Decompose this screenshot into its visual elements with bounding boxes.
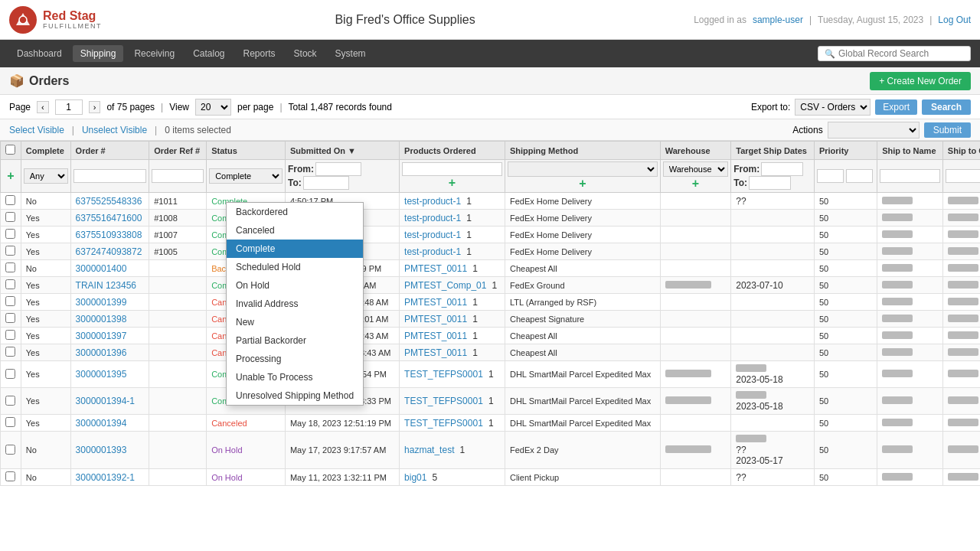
product-link[interactable]: PMTEST_0011 (404, 297, 467, 308)
product-link[interactable]: hazmat_test (404, 445, 454, 455)
global-search-bar[interactable]: 🔍 (818, 46, 971, 61)
row-checkbox[interactable] (5, 313, 15, 323)
order-link[interactable]: 3000001394-1 (76, 396, 135, 406)
submit-button[interactable]: Submit (924, 122, 971, 138)
order-link[interactable]: TRAIN 123456 (76, 280, 136, 291)
export-button[interactable]: Export (875, 99, 917, 115)
shipname-filter-input[interactable] (880, 169, 940, 183)
nav-dashboard[interactable]: Dashboard (9, 45, 70, 62)
dropdown-item-new[interactable]: New (227, 313, 363, 331)
order-link[interactable]: 3000001396 (76, 347, 127, 358)
dropdown-item-unable-to-process[interactable]: Unable To Process (227, 368, 363, 386)
product-link[interactable]: PMTEST_0011 (404, 347, 467, 358)
row-checkbox[interactable] (5, 279, 15, 289)
shipcomp-filter-input[interactable] (946, 169, 980, 183)
nav-stock[interactable]: Stock (286, 45, 325, 62)
export-format-select[interactable]: CSV - Orders (795, 99, 871, 116)
product-link[interactable]: test-product-1 (404, 246, 461, 257)
next-page-button[interactable]: › (89, 101, 101, 113)
nav-system[interactable]: System (328, 45, 374, 62)
add-product-filter-icon[interactable]: + (402, 176, 502, 190)
products-filter-input[interactable] (402, 162, 502, 176)
dropdown-item-backordered[interactable]: Backordered (227, 203, 363, 221)
order-link[interactable]: 3000001395 (76, 369, 127, 380)
dropdown-item-canceled[interactable]: Canceled (227, 221, 363, 240)
row-checkbox[interactable] (5, 296, 15, 306)
dropdown-item-scheduled-hold[interactable]: Scheduled Hold (227, 258, 363, 276)
warehouse-filter[interactable]: Warehouse (663, 161, 729, 177)
priority-filter-input[interactable] (817, 169, 844, 183)
select-visible-link[interactable]: Select Visible (9, 125, 64, 135)
add-warehouse-filter-icon[interactable]: + (663, 177, 729, 191)
dropdown-item-complete[interactable]: Complete (227, 240, 363, 258)
row-checkbox[interactable] (5, 369, 15, 379)
target-from-input[interactable] (761, 162, 803, 176)
row-checkbox[interactable] (5, 212, 15, 222)
product-link[interactable]: PMTEST_0011 (404, 331, 467, 341)
page-input[interactable] (55, 99, 83, 115)
row-checkbox[interactable] (5, 246, 15, 256)
submitted-to-input[interactable] (303, 176, 349, 190)
dropdown-item-invalid-address[interactable]: Invalid Address (227, 295, 363, 313)
dropdown-item-partial-backorder[interactable]: Partial Backorder (227, 331, 363, 350)
product-link[interactable]: PMTEST_0011 (404, 314, 467, 324)
order-link[interactable]: 6372474093872 (76, 246, 142, 257)
order-link[interactable]: 3000001393 (76, 445, 127, 455)
add-filter-icon[interactable]: + (3, 169, 18, 183)
global-search-input[interactable] (838, 48, 961, 59)
product-link[interactable]: TEST_TEFPS0001 (404, 396, 483, 406)
order-link[interactable]: 3000001399 (76, 297, 127, 308)
priority-filter-input2[interactable] (846, 169, 873, 183)
order-link[interactable]: 3000001397 (76, 331, 127, 341)
product-link[interactable]: TEST_TEFPS0001 (404, 369, 483, 380)
add-shipping-filter-icon[interactable]: + (508, 177, 658, 191)
order-link[interactable]: 6375516471600 (76, 213, 142, 223)
header-order[interactable]: Order # (70, 142, 149, 160)
order-filter-input[interactable] (74, 169, 147, 183)
row-checkbox[interactable] (5, 330, 15, 340)
search-button[interactable]: Search (922, 99, 971, 115)
create-order-button[interactable]: + Create New Order (870, 72, 971, 90)
per-page-select[interactable]: 2050100 (195, 99, 231, 116)
row-checkbox[interactable] (5, 396, 15, 406)
row-checkbox[interactable] (5, 347, 15, 357)
row-checkbox[interactable] (5, 195, 15, 205)
complete-filter[interactable]: AnyYesNo (24, 168, 68, 184)
unselect-visible-link[interactable]: Unselect Visible (82, 125, 147, 135)
product-link[interactable]: big01 (404, 472, 426, 483)
submitted-from-input[interactable] (315, 162, 361, 176)
dropdown-item-on-hold[interactable]: On Hold (227, 276, 363, 295)
order-link[interactable]: 6375510933808 (76, 230, 142, 240)
header-submitted[interactable]: Submitted On ▼ (285, 142, 399, 160)
actions-select[interactable] (828, 122, 920, 139)
product-link[interactable]: test-product-1 (404, 213, 461, 223)
nav-reports[interactable]: Reports (236, 45, 283, 62)
nav-receiving[interactable]: Receiving (126, 45, 182, 62)
order-link[interactable]: 6375525548336 (76, 196, 142, 207)
order-link[interactable]: 3000001398 (76, 314, 127, 324)
shipping-filter[interactable] (508, 161, 658, 177)
status-filter[interactable]: Backordered Complete Canceled Scheduled … (209, 168, 283, 184)
dropdown-item-processing[interactable]: Processing (227, 350, 363, 368)
logout-link[interactable]: Log Out (938, 15, 971, 25)
nav-shipping[interactable]: Shipping (73, 45, 124, 62)
select-all-checkbox[interactable] (5, 145, 15, 155)
row-checkbox[interactable] (5, 417, 15, 427)
row-checkbox[interactable] (5, 229, 15, 239)
dropdown-item-unresolved-shipping[interactable]: Unresolved Shipping Method (227, 386, 363, 405)
ref-filter-input[interactable] (152, 169, 204, 183)
status-dropdown[interactable]: Backordered Canceled Complete Scheduled … (226, 202, 364, 406)
target-to-input[interactable] (749, 176, 791, 190)
row-checkbox[interactable] (5, 471, 15, 481)
order-link[interactable]: 3000001392-1 (76, 472, 135, 483)
row-checkbox[interactable] (5, 445, 15, 455)
product-link[interactable]: TEST_TEFPS0001 (404, 418, 483, 429)
order-link[interactable]: 3000001400 (76, 263, 127, 274)
username-link[interactable]: sample-user (753, 15, 803, 25)
product-link[interactable]: PMTEST_0011 (404, 263, 467, 274)
order-link[interactable]: 3000001394 (76, 418, 127, 429)
product-link[interactable]: test-product-1 (404, 196, 461, 207)
product-link[interactable]: PMTEST_Comp_01 (404, 280, 486, 291)
prev-page-button[interactable]: ‹ (37, 101, 49, 113)
row-checkbox[interactable] (5, 262, 15, 272)
